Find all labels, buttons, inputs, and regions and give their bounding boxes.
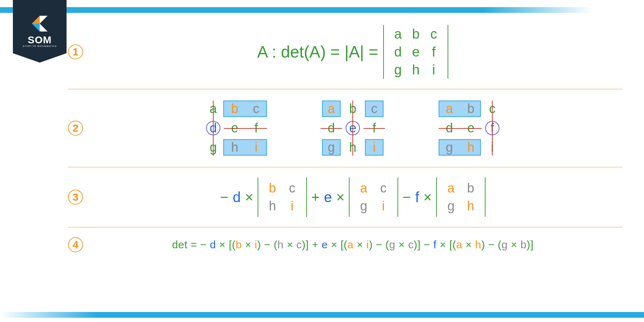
times-1: × bbox=[245, 189, 253, 205]
cell-i: i bbox=[432, 62, 435, 78]
times-2: × bbox=[336, 189, 345, 205]
step-number-4: 4 bbox=[68, 237, 83, 252]
cell-g: g bbox=[394, 62, 402, 78]
matrix-A: a b c d e f g h i bbox=[389, 25, 443, 79]
cell-a: a bbox=[394, 26, 402, 42]
det-bar-right bbox=[448, 25, 448, 79]
step-3-row: 3 − d × bc hi + e × ac gi bbox=[68, 170, 623, 224]
logo-subtitle: STORY OF MATHEMATICS bbox=[23, 45, 57, 47]
times-3: × bbox=[424, 189, 432, 205]
logo-icon bbox=[32, 16, 48, 31]
step-number-2: 2 bbox=[68, 121, 83, 136]
e-g: g bbox=[321, 138, 342, 157]
step-4-row: 4 det = − d × [(b × i) − (h × c)] + e × … bbox=[68, 230, 623, 259]
strike-row-f bbox=[439, 128, 482, 129]
bar-l1 bbox=[258, 177, 258, 217]
strike-row-e-l bbox=[321, 128, 342, 129]
strike-col-d bbox=[213, 101, 214, 156]
cofactor-e-diagram: a b c d e f g h i bbox=[321, 99, 385, 157]
step-1-row: 1 A : det(A) = |A| = a b c d e f g h i bbox=[68, 18, 623, 86]
cofactor-d-diagram: a b c d e f g h i bbox=[203, 99, 267, 157]
cell-c: c bbox=[430, 26, 437, 42]
term-e: e bbox=[324, 189, 332, 205]
step-4-body: det = − d × [(b × i) − (h × c)] + e × [(… bbox=[83, 239, 623, 251]
step-1-body: A : det(A) = |A| = a b c d e f g h i bbox=[83, 25, 623, 79]
logo-title: SOM bbox=[28, 34, 52, 46]
cell-e: e bbox=[412, 44, 420, 60]
step-number-3: 3 bbox=[68, 190, 83, 205]
plus-1: + bbox=[311, 189, 319, 205]
determinant-definition: A : det(A) = |A| = a b c d e f g h i bbox=[257, 25, 448, 79]
logo-badge: SOM STORY OF MATHEMATICS bbox=[13, 0, 67, 63]
d-i: i bbox=[245, 138, 267, 157]
divider-1 bbox=[68, 89, 623, 89]
step-number-1: 1 bbox=[68, 44, 83, 59]
step-2-body: a b c d e f g h i a b bbox=[83, 99, 623, 157]
final-formula: det = − d × [(b × i) − (h × c)] + e × [(… bbox=[172, 239, 533, 251]
cell-b: b bbox=[412, 26, 420, 42]
strike-row-e-r bbox=[364, 128, 385, 129]
step-3-body: − d × bc hi + e × ac gi − f bbox=[83, 177, 623, 217]
det-bar-left bbox=[383, 25, 384, 79]
bar-r2 bbox=[397, 177, 398, 217]
f-g: g bbox=[439, 138, 460, 157]
minor-d: bc hi bbox=[263, 179, 302, 215]
f-h: h bbox=[460, 138, 482, 157]
bar-r1 bbox=[306, 177, 307, 217]
content-area: 1 A : det(A) = |A| = a b c d e f g h i bbox=[0, 18, 644, 308]
det-label: A : det(A) = |A| = bbox=[257, 42, 378, 62]
bar-l2 bbox=[349, 177, 350, 217]
e-c: c bbox=[364, 99, 385, 118]
bottom-accent-bar bbox=[0, 312, 644, 318]
f-a: a bbox=[439, 99, 460, 118]
d-b: b bbox=[224, 99, 245, 118]
divider-3 bbox=[68, 227, 623, 228]
term-d: d bbox=[233, 189, 240, 205]
bar-r3 bbox=[485, 177, 486, 217]
minus-1: − bbox=[220, 189, 228, 205]
cell-d: d bbox=[394, 44, 402, 60]
cell-h: h bbox=[412, 62, 420, 78]
bar-l3 bbox=[436, 177, 437, 217]
minor-e: ac gi bbox=[354, 179, 393, 215]
top-accent-bar bbox=[0, 7, 644, 13]
strike-col-f bbox=[492, 101, 493, 156]
strike-col-e bbox=[352, 101, 353, 156]
f-b: b bbox=[460, 99, 482, 118]
cofactor-expansion: − d × bc hi + e × ac gi − f bbox=[220, 177, 486, 217]
term-f: f bbox=[415, 189, 419, 205]
e-a: a bbox=[321, 99, 342, 118]
step-2-row: 2 a b c d e f g h i bbox=[68, 92, 623, 164]
minus-2: − bbox=[402, 189, 411, 205]
strike-row-d bbox=[224, 128, 267, 129]
cell-f: f bbox=[432, 44, 436, 60]
d-c: c bbox=[245, 99, 267, 118]
e-i: i bbox=[364, 138, 385, 157]
divider-2 bbox=[68, 167, 623, 167]
d-h: h bbox=[224, 138, 245, 157]
minor-f: ab gh bbox=[441, 179, 480, 215]
cofactor-f-diagram: a b c d e f g h i bbox=[439, 99, 503, 157]
